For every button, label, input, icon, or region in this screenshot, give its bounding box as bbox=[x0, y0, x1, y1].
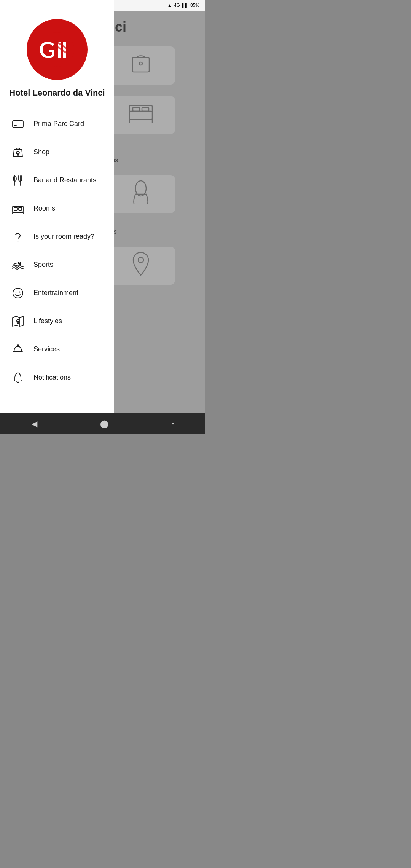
hotel-logo bbox=[27, 19, 88, 80]
menu-label-notifications: Notifications bbox=[33, 373, 71, 381]
menu-label-prima-parc-card: Prima Parc Card bbox=[33, 120, 84, 128]
bell-service-icon bbox=[11, 342, 25, 357]
signal-icon: ▌▌ bbox=[182, 3, 188, 8]
menu-item-sports[interactable]: Sports bbox=[0, 251, 114, 279]
sports-icon bbox=[11, 258, 25, 272]
network-icon: 4G bbox=[174, 3, 180, 8]
question-icon bbox=[11, 230, 25, 244]
menu-label-bar-restaurants: Bar and Restaurants bbox=[33, 176, 96, 184]
menu-item-notifications[interactable]: Notifications bbox=[0, 364, 114, 392]
svg-point-37 bbox=[17, 345, 19, 346]
svg-point-26 bbox=[18, 240, 19, 241]
svg-line-28 bbox=[13, 264, 15, 265]
menu-item-services[interactable]: Services bbox=[0, 335, 114, 364]
recents-button[interactable]: ▪ bbox=[171, 419, 174, 428]
menu-label-room-ready: Is your room ready? bbox=[33, 233, 94, 241]
svg-rect-24 bbox=[14, 207, 17, 210]
notification-icon bbox=[11, 370, 25, 385]
svg-rect-13 bbox=[13, 121, 23, 128]
menu-label-shop: Shop bbox=[33, 148, 49, 156]
svg-rect-21 bbox=[13, 211, 23, 213]
restaurant-icon bbox=[11, 173, 25, 188]
svg-point-29 bbox=[13, 288, 23, 298]
svg-point-10 bbox=[40, 32, 74, 67]
card-icon bbox=[11, 117, 25, 131]
menu-list: Prima Parc Card Shop bbox=[0, 106, 114, 408]
map-pin-icon bbox=[11, 314, 25, 329]
menu-item-lifestyles[interactable]: Lifestyles bbox=[0, 307, 114, 335]
navigation-drawer: Hotel Leonardo da Vinci Prima Parc Card bbox=[0, 0, 114, 434]
svg-rect-25 bbox=[19, 207, 22, 210]
svg-point-30 bbox=[16, 291, 17, 292]
menu-item-bar-restaurants[interactable]: Bar and Restaurants bbox=[0, 166, 114, 195]
menu-item-room-ready[interactable]: Is your room ready? bbox=[0, 223, 114, 251]
menu-label-sports: Sports bbox=[33, 261, 53, 269]
menu-item-rooms[interactable]: Rooms bbox=[0, 195, 114, 223]
status-icons: ▲ 4G ▌▌ 85% bbox=[167, 3, 199, 8]
menu-item-prima-parc-card[interactable]: Prima Parc Card bbox=[0, 110, 114, 138]
menu-item-entertainment[interactable]: Entertrainment bbox=[0, 279, 114, 307]
battery-icon: 85% bbox=[190, 3, 199, 8]
shop-icon bbox=[11, 145, 25, 160]
menu-label-services: Services bbox=[33, 345, 60, 353]
svg-point-31 bbox=[19, 291, 21, 292]
smiley-icon bbox=[11, 286, 25, 300]
menu-label-rooms: Rooms bbox=[33, 204, 55, 212]
menu-label-entertainment: Entertrainment bbox=[33, 289, 78, 297]
menu-label-lifestyles: Lifestyles bbox=[33, 317, 62, 325]
drawer-header: Hotel Leonardo da Vinci bbox=[0, 0, 114, 106]
back-button[interactable]: ◀ bbox=[32, 419, 37, 428]
overlay[interactable] bbox=[103, 0, 206, 434]
hotel-name: Hotel Leonardo da Vinci bbox=[9, 88, 105, 99]
wifi-icon: ▲ bbox=[167, 3, 172, 8]
bottom-nav: ◀ ⬤ ▪ bbox=[0, 413, 206, 434]
bed-icon bbox=[11, 201, 25, 216]
home-button[interactable]: ⬤ bbox=[100, 419, 108, 428]
menu-item-shop[interactable]: Shop bbox=[0, 138, 114, 166]
